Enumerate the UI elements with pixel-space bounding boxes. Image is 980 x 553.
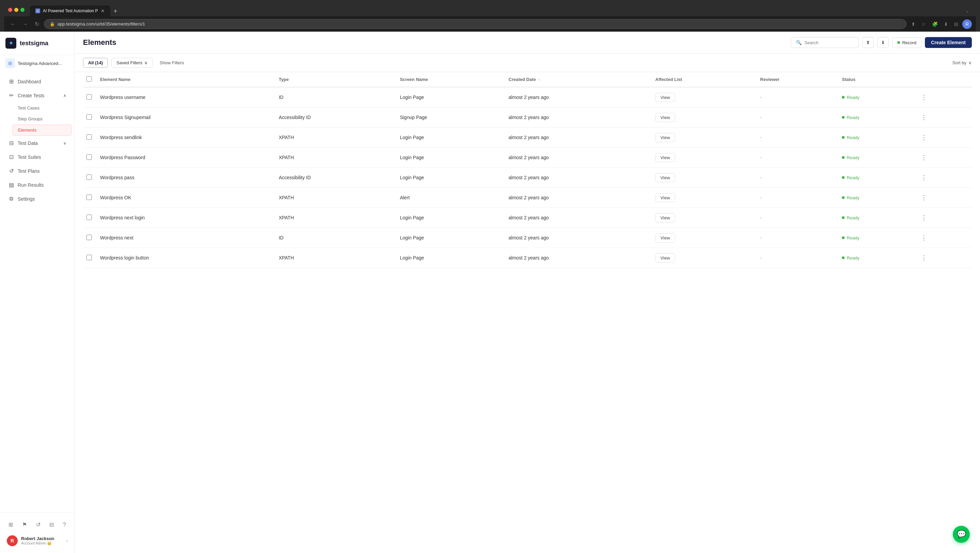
col-screen-name: Screen Name bbox=[396, 72, 505, 87]
record-button[interactable]: Record bbox=[892, 37, 921, 48]
row-checkbox[interactable] bbox=[86, 255, 92, 260]
status-text: Ready bbox=[846, 256, 859, 261]
cell-created-date: almost 2 years ago bbox=[505, 248, 652, 268]
view-affected-button[interactable]: View bbox=[655, 233, 675, 243]
view-affected-button[interactable]: View bbox=[655, 153, 675, 162]
window-expand-btn[interactable]: ⌄ bbox=[963, 7, 972, 14]
new-tab-button[interactable]: + bbox=[111, 6, 120, 16]
tool-refresh-button[interactable]: ↺ bbox=[34, 519, 43, 530]
status-text: Ready bbox=[846, 215, 859, 220]
cell-created-date: almost 2 years ago bbox=[505, 108, 652, 127]
sidebar-item-label: Dashboard bbox=[18, 79, 41, 84]
active-browser-tab[interactable]: ⚡ AI Powered Test Automation P ✕ bbox=[30, 5, 110, 16]
create-element-button[interactable]: Create Element bbox=[925, 37, 972, 48]
cell-reviewer: - bbox=[757, 228, 838, 248]
col-actions bbox=[915, 72, 972, 87]
cell-element-name: Wordpress OK bbox=[97, 188, 275, 208]
more-actions-button[interactable]: ⋮ bbox=[918, 132, 930, 143]
bookmark-button[interactable]: ☆ bbox=[920, 20, 928, 28]
row-checkbox[interactable] bbox=[86, 175, 92, 180]
more-actions-button[interactable]: ⋮ bbox=[918, 253, 930, 263]
more-actions-button[interactable]: ⋮ bbox=[918, 233, 930, 243]
tool-help-button[interactable]: ? bbox=[61, 520, 68, 530]
view-affected-button[interactable]: View bbox=[655, 133, 675, 142]
view-affected-button[interactable]: View bbox=[655, 213, 675, 222]
traffic-light-yellow[interactable] bbox=[14, 8, 18, 12]
all-count-label: All (14) bbox=[88, 60, 103, 65]
cell-reviewer: - bbox=[757, 248, 838, 268]
user-profile[interactable]: R Robert Jackson Account Admin 👑 › bbox=[4, 532, 70, 549]
reload-button[interactable]: ↻ bbox=[33, 19, 41, 29]
sidebar-item-elements[interactable]: Elements bbox=[12, 124, 72, 136]
all-filter-button[interactable]: All (14) bbox=[83, 58, 108, 68]
back-button[interactable]: ← bbox=[8, 20, 18, 29]
search-icon: 🔍 bbox=[796, 40, 802, 45]
search-box[interactable]: 🔍 bbox=[791, 37, 859, 48]
cell-more-actions: ⋮ bbox=[915, 87, 972, 108]
sidebar-item-dashboard[interactable]: ⊞ Dashboard bbox=[3, 75, 72, 88]
row-checkbox[interactable] bbox=[86, 154, 92, 160]
status-dot bbox=[842, 196, 845, 199]
traffic-light-red[interactable] bbox=[8, 8, 12, 12]
sidebar-item-test-cases[interactable]: Test Cases bbox=[12, 103, 72, 113]
cell-element-name: Wordpress pass bbox=[97, 168, 275, 188]
more-actions-button[interactable]: ⋮ bbox=[918, 112, 930, 122]
row-checkbox[interactable] bbox=[86, 194, 92, 200]
status-text: Ready bbox=[846, 115, 859, 120]
import-button[interactable]: ⬆ bbox=[862, 37, 874, 48]
sidebar-item-test-suites[interactable]: ⊡ Test Suites bbox=[3, 150, 72, 164]
more-actions-button[interactable]: ⋮ bbox=[918, 92, 930, 102]
sidebar-item-test-plans[interactable]: ↺ Test Plans bbox=[3, 164, 72, 178]
export-button[interactable]: ⬇ bbox=[877, 37, 889, 48]
sort-button[interactable]: Sort by ∨ bbox=[953, 60, 972, 65]
cell-type: ID bbox=[275, 228, 396, 248]
sidebar-item-create-tests[interactable]: ✏ Create Tests ∧ bbox=[3, 89, 72, 102]
saved-filters-button[interactable]: Saved Filters ∨ bbox=[111, 58, 153, 68]
view-affected-button[interactable]: View bbox=[655, 113, 675, 122]
view-affected-button[interactable]: View bbox=[655, 193, 675, 202]
address-bar[interactable]: 🔒 app.testsigma.com/ui/td/35/elements/fi… bbox=[44, 19, 907, 29]
chat-fab-button[interactable]: 💬 bbox=[953, 526, 970, 543]
extensions-button[interactable]: 🧩 bbox=[930, 20, 940, 28]
row-checkbox-cell bbox=[83, 168, 97, 188]
select-all-checkbox[interactable] bbox=[86, 76, 92, 82]
cell-reviewer: - bbox=[757, 87, 838, 108]
col-element-name: Element Name bbox=[97, 72, 275, 87]
sidebar-item-test-data[interactable]: ⊟ Test Data ∨ bbox=[3, 137, 72, 149]
forward-button[interactable]: → bbox=[21, 20, 30, 29]
row-checkbox[interactable] bbox=[86, 114, 92, 120]
view-affected-button[interactable]: View bbox=[655, 173, 675, 182]
row-checkbox[interactable] bbox=[86, 215, 92, 220]
show-filters-button[interactable]: Show Filters bbox=[156, 58, 188, 67]
more-actions-button[interactable]: ⋮ bbox=[918, 213, 930, 223]
cell-affected-list: View bbox=[652, 248, 757, 268]
cell-status: Ready bbox=[838, 127, 914, 148]
cell-more-actions: ⋮ bbox=[915, 208, 972, 228]
org-selector[interactable]: ⊞ Testsigma Advanced... bbox=[0, 55, 75, 72]
row-checkbox[interactable] bbox=[86, 235, 92, 240]
tool-calendar-button[interactable]: ⊟ bbox=[47, 519, 56, 530]
search-input[interactable] bbox=[804, 40, 852, 45]
share-button[interactable]: ⬆ bbox=[909, 20, 917, 28]
user-profile-browser[interactable]: R bbox=[962, 19, 972, 29]
tool-flag-button[interactable]: ⚑ bbox=[20, 519, 29, 530]
sidebar-toggle[interactable]: ⊟ bbox=[952, 20, 960, 28]
cell-more-actions: ⋮ bbox=[915, 108, 972, 127]
row-checkbox[interactable] bbox=[86, 134, 92, 140]
row-checkbox[interactable] bbox=[86, 94, 92, 100]
tab-close-button[interactable]: ✕ bbox=[101, 8, 105, 14]
col-created-date[interactable]: Created Date ↑ bbox=[505, 72, 652, 87]
tool-grid-button[interactable]: ⊞ bbox=[6, 519, 15, 530]
sidebar-item-settings[interactable]: ⚙ Settings bbox=[3, 192, 72, 205]
cell-affected-list: View bbox=[652, 228, 757, 248]
sidebar-item-run-results[interactable]: ▤ Run Results bbox=[3, 178, 72, 191]
sidebar-item-step-groups[interactable]: Step Groups bbox=[12, 114, 72, 124]
more-actions-button[interactable]: ⋮ bbox=[918, 192, 930, 203]
cell-type: XPATH bbox=[275, 127, 396, 148]
view-affected-button[interactable]: View bbox=[655, 253, 675, 262]
more-actions-button[interactable]: ⋮ bbox=[918, 172, 930, 183]
more-actions-button[interactable]: ⋮ bbox=[918, 153, 930, 162]
traffic-light-green[interactable] bbox=[21, 8, 24, 12]
download-button[interactable]: ⬇ bbox=[942, 20, 950, 28]
view-affected-button[interactable]: View bbox=[655, 93, 675, 102]
